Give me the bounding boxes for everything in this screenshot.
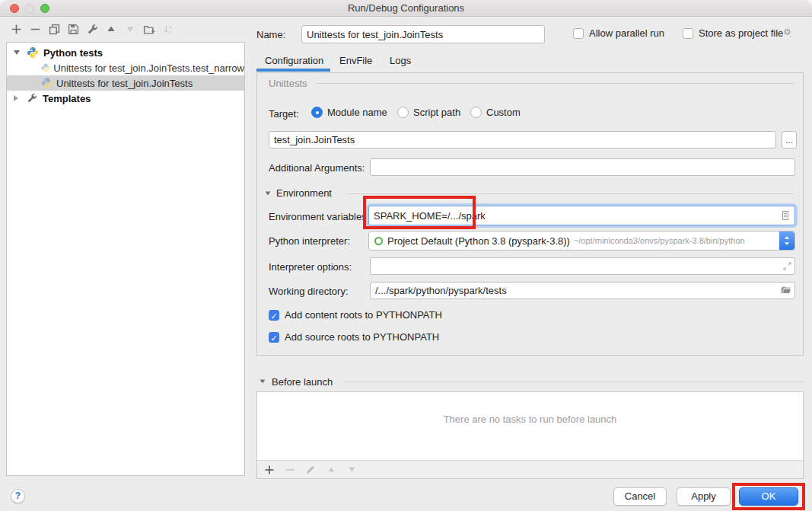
tree-item-label: Unittests for test_join.JoinTests bbox=[56, 78, 193, 89]
copy-configuration-button[interactable] bbox=[48, 23, 60, 35]
folder-icon bbox=[780, 285, 791, 295]
sort-configurations-button: az bbox=[162, 23, 174, 35]
before-launch-empty-message: There are no tasks to run before launch bbox=[257, 414, 803, 425]
folder-plus-icon bbox=[143, 24, 155, 35]
pencil-icon bbox=[305, 465, 316, 475]
configuration-tab-panel: Unittests Target: Module name Script pat… bbox=[256, 72, 804, 356]
move-down-button bbox=[124, 23, 136, 35]
tree-item-jointests-selected[interactable]: Unittests for test_join.JoinTests bbox=[7, 75, 244, 91]
radio-unselected[interactable] bbox=[470, 107, 482, 118]
wrench-icon bbox=[27, 93, 37, 104]
target-radio-module-name[interactable]: Module name bbox=[311, 107, 387, 118]
store-as-project-file-checkbox[interactable]: Store as project file bbox=[683, 27, 783, 39]
target-radio-custom[interactable]: Custom bbox=[470, 107, 521, 118]
run-debug-configurations-dialog: Run/Debug Configurations az bbox=[0, 0, 812, 511]
browse-module-button[interactable]: ... bbox=[782, 131, 797, 149]
tree-item-label: Templates bbox=[43, 93, 91, 104]
module-name-input[interactable] bbox=[269, 131, 776, 149]
before-launch-section-title[interactable]: Before launch bbox=[272, 376, 333, 388]
checkbox-checked[interactable] bbox=[269, 332, 279, 343]
zoom-window-button[interactable] bbox=[40, 4, 49, 13]
radio-unselected[interactable] bbox=[397, 107, 409, 118]
list-icon bbox=[780, 210, 791, 221]
environment-section-title[interactable]: Environment bbox=[276, 187, 332, 199]
allow-parallel-run-label: Allow parallel run bbox=[589, 27, 664, 39]
radio-selected[interactable] bbox=[311, 107, 323, 118]
add-configuration-button[interactable] bbox=[10, 23, 22, 35]
apply-button[interactable]: Apply bbox=[677, 487, 731, 506]
add-content-roots-label: Add content roots to PYTHONPATH bbox=[285, 309, 442, 321]
tree-group-python-tests[interactable]: Python tests bbox=[7, 45, 244, 60]
move-task-down-button bbox=[345, 464, 358, 476]
python-icon bbox=[27, 46, 39, 59]
help-button[interactable]: ? bbox=[11, 489, 25, 503]
python-test-icon bbox=[41, 62, 50, 74]
env-vars-editor-button[interactable] bbox=[779, 209, 791, 222]
move-up-button[interactable] bbox=[105, 23, 117, 35]
edit-templates-button[interactable] bbox=[86, 23, 98, 35]
plus-icon bbox=[11, 24, 22, 35]
section-divider bbox=[345, 382, 804, 382]
working-directory-input[interactable] bbox=[370, 282, 795, 299]
add-task-button[interactable] bbox=[263, 464, 275, 476]
add-source-roots-checkbox[interactable]: Add source roots to PYTHONPATH bbox=[269, 331, 439, 343]
checkbox-unchecked[interactable] bbox=[683, 28, 693, 39]
minus-icon bbox=[30, 24, 41, 35]
minus-icon bbox=[285, 465, 295, 475]
svg-text:a: a bbox=[169, 24, 172, 29]
tab-envfile[interactable]: EnvFile bbox=[339, 55, 372, 66]
tree-item-label: Python tests bbox=[43, 47, 103, 59]
tab-logs[interactable]: Logs bbox=[390, 55, 411, 66]
arrow-up-icon bbox=[106, 24, 116, 34]
store-options-gear-button[interactable] bbox=[782, 27, 794, 41]
tab-configuration[interactable]: Configuration bbox=[265, 55, 323, 66]
checkbox-unchecked[interactable] bbox=[573, 28, 584, 39]
combo-stepper[interactable] bbox=[779, 232, 794, 250]
name-input[interactable] bbox=[301, 25, 545, 43]
remove-configuration-button[interactable] bbox=[29, 23, 41, 35]
unittests-group-title: Unittests bbox=[269, 78, 307, 89]
before-launch-collapse-icon[interactable] bbox=[260, 379, 266, 383]
add-content-roots-checkbox[interactable]: Add content roots to PYTHONPATH bbox=[269, 309, 442, 321]
minimize-window-button bbox=[25, 4, 34, 13]
ok-button[interactable]: OK bbox=[739, 487, 798, 506]
interpreter-path: ~/opt/miniconda3/envs/pyspark-3.8/bin/py… bbox=[574, 236, 779, 245]
expand-arrow-icon[interactable] bbox=[14, 95, 18, 101]
cancel-button[interactable]: Cancel bbox=[613, 487, 667, 506]
python-interpreter-label: Python interpreter: bbox=[269, 235, 350, 247]
checkbox-checked[interactable] bbox=[269, 310, 279, 321]
expand-diagonal-icon bbox=[782, 261, 792, 271]
create-folder-button[interactable] bbox=[143, 23, 155, 35]
allow-parallel-run-checkbox[interactable]: Allow parallel run bbox=[573, 27, 664, 39]
window-title: Run/Debug Configurations bbox=[0, 0, 812, 17]
close-window-button[interactable] bbox=[10, 4, 19, 13]
additional-arguments-input[interactable] bbox=[370, 158, 795, 176]
target-label: Target: bbox=[269, 108, 299, 120]
configurations-tree: Python tests Unittests for test_join.Joi… bbox=[6, 42, 245, 476]
tree-item-test-narrow[interactable]: Unittests for test_join.JoinTests.test_n… bbox=[7, 60, 244, 75]
expand-field-button[interactable] bbox=[781, 260, 793, 272]
target-radio-script-path[interactable]: Script path bbox=[397, 107, 460, 118]
collapse-arrow-icon[interactable] bbox=[14, 50, 20, 55]
group-divider bbox=[317, 83, 794, 84]
interpreter-options-input[interactable] bbox=[370, 257, 795, 275]
svg-text:z: z bbox=[169, 30, 171, 34]
environment-collapse-icon[interactable] bbox=[266, 191, 271, 195]
radio-label: Module name bbox=[327, 107, 387, 118]
add-source-roots-label: Add source roots to PYTHONPATH bbox=[285, 331, 439, 343]
active-tab-indicator bbox=[256, 69, 330, 72]
copy-icon bbox=[49, 24, 60, 35]
python-interpreter-select[interactable]: Project Default (Python 3.8 (pyspark-3.8… bbox=[368, 231, 795, 251]
gear-icon bbox=[782, 27, 794, 39]
titlebar: Run/Debug Configurations bbox=[0, 0, 812, 17]
name-label: Name: bbox=[256, 29, 285, 40]
move-task-up-button bbox=[325, 464, 337, 476]
tree-group-templates[interactable]: Templates bbox=[7, 91, 244, 106]
environment-variables-label: Environment variables: bbox=[269, 211, 369, 222]
environment-variables-input[interactable] bbox=[368, 206, 795, 225]
browse-folder-button[interactable] bbox=[779, 284, 791, 296]
conda-env-icon bbox=[374, 237, 383, 245]
python-test-icon bbox=[41, 77, 53, 89]
save-configuration-button[interactable] bbox=[67, 23, 79, 35]
arrow-up-icon bbox=[326, 465, 336, 474]
